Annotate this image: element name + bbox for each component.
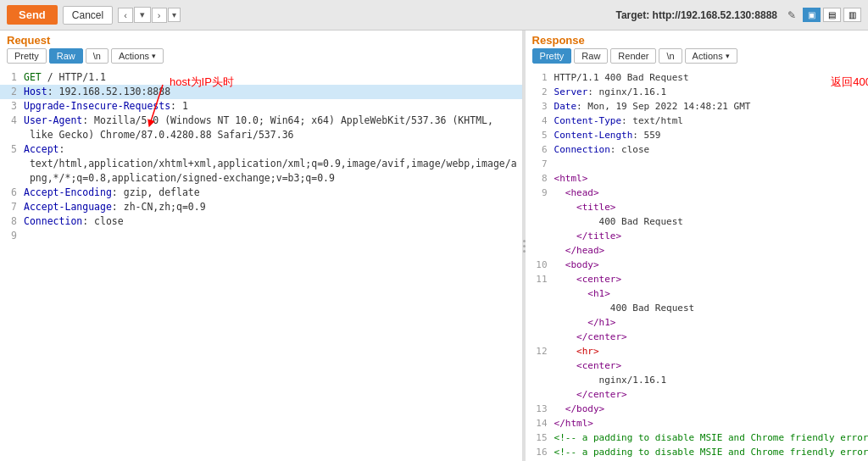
response-actions-label: Actions	[693, 51, 723, 61]
tab-response-actions[interactable]: Actions ▾	[685, 48, 737, 64]
response-line-4: 4 Content-Type: text/html	[526, 114, 868, 128]
toolbar-left: Send Cancel ‹ ▾ › ▾	[7, 5, 181, 25]
request-line-1: 1 GET / HTTP/1.1	[0, 70, 522, 85]
request-line-8: 8 Connection: close	[0, 214, 522, 229]
request-line-9: 9	[0, 229, 522, 243]
tab-response-raw[interactable]: Raw	[574, 48, 608, 64]
response-line-5: 5 Content-Length: 559	[526, 128, 868, 142]
host-key: Host	[24, 86, 47, 97]
response-line-14: 14 </html>	[526, 416, 868, 430]
response-line-13: 13 </body>	[526, 402, 868, 416]
response-line-16: 16 <!-- a padding to disable MSIE and Ch…	[526, 445, 868, 459]
response-line-9d: </title>	[526, 229, 868, 243]
response-line-11d: </h1>	[526, 315, 868, 330]
response-line-2: 2 Server: nginx/1.16.1	[526, 85, 868, 99]
request-panel: Request Pretty Raw \n Actions ▾ host为IP头…	[0, 31, 523, 461]
request-line-4: 4 User-Agent: Mozilla/5.0 (Windows NT 10…	[0, 114, 522, 128]
actions-chevron-icon: ▾	[152, 52, 156, 60]
response-line-1: 1 HTTP/1.1 400 Bad Request	[526, 70, 868, 85]
nav-forward-dropdown-button[interactable]: ▾	[168, 8, 181, 22]
request-line-5c: png,*/*;q=0.8,application/signed-exchang…	[0, 171, 522, 186]
response-panel: Response Pretty Raw Render \n Actions ▾ …	[526, 31, 868, 461]
send-button[interactable]: Send	[7, 5, 58, 25]
response-line-11b: <h1>	[526, 286, 868, 301]
tab-request-actions[interactable]: Actions ▾	[111, 48, 164, 64]
response-line-12b: <center>	[526, 358, 868, 373]
tab-response-render[interactable]: Render	[610, 48, 656, 64]
response-actions-chevron-icon: ▾	[726, 52, 730, 60]
nav-forward-button[interactable]: ›	[152, 8, 167, 23]
response-line-8: 8 <html>	[526, 171, 868, 186]
view-toggles: ▣ ▤ ▥	[803, 8, 861, 22]
request-title: Request	[7, 34, 50, 47]
nav-buttons: ‹ ▾ › ▾	[118, 7, 180, 23]
response-view-button[interactable]: ▥	[843, 8, 861, 22]
cancel-button[interactable]: Cancel	[63, 6, 113, 25]
edit-icon[interactable]: ✎	[787, 9, 796, 21]
response-tabs-row: Pretty Raw Render \n Actions ▾	[526, 48, 868, 67]
request-tabs-row: Pretty Raw \n Actions ▾	[0, 48, 522, 67]
response-panel-header: Response Pretty Raw Render \n Actions ▾	[526, 31, 868, 67]
toolbar-right: Target: http://192.168.52.130:8888 ✎ ▣ ▤…	[615, 8, 861, 22]
response-line-11: 11 <center>	[526, 272, 868, 286]
response-header-row: Response	[526, 31, 868, 48]
response-line-12c: nginx/1.16.1	[526, 373, 868, 387]
response-line-15: 15 <!-- a padding to disable MSIE and Ch…	[526, 430, 868, 445]
response-line-9: 9 <head>	[526, 186, 868, 200]
actions-label: Actions	[119, 51, 149, 61]
request-line-6: 6 Accept-Encoding: gzip, deflate	[0, 186, 522, 200]
request-line-5b: text/html,application/xhtml+xml,applicat…	[0, 157, 522, 171]
response-line-10: 10 <body>	[526, 258, 868, 272]
response-line-9c: 400 Bad Request	[526, 214, 868, 229]
response-line-7: 7	[526, 157, 868, 171]
response-line-6: 6 Connection: close	[526, 142, 868, 157]
request-line-5: 5 Accept:	[0, 142, 522, 157]
response-line-9e: </head>	[526, 243, 868, 258]
nav-back-button[interactable]: ‹	[118, 8, 133, 23]
request-line-7: 7 Accept-Language: zh-CN,zh;q=0.9	[0, 200, 522, 214]
request-line-3: 3 Upgrade-Insecure-Requests: 1	[0, 99, 522, 114]
response-line-12: 12 <hr>	[526, 344, 868, 358]
main-split: Request Pretty Raw \n Actions ▾ host为IP头…	[0, 31, 868, 461]
tab-response-pretty[interactable]: Pretty	[532, 48, 572, 64]
request-line-2: 2 Host: 192.168.52.130:8888	[0, 85, 522, 99]
response-line-11e: </center>	[526, 330, 868, 344]
response-line-12d: </center>	[526, 387, 868, 402]
toolbar: Send Cancel ‹ ▾ › ▾ Target: http://192.1…	[0, 0, 868, 31]
response-line-3: 3 Date: Mon, 19 Sep 2022 14:48:21 GMT	[526, 99, 868, 114]
request-line-4b: like Gecko) Chrome/87.0.4280.88 Safari/5…	[0, 128, 522, 142]
tab-response-newline[interactable]: \n	[659, 48, 682, 64]
request-panel-header: Request Pretty Raw \n Actions ▾	[0, 31, 522, 67]
tab-request-pretty[interactable]: Pretty	[7, 48, 47, 64]
method-text: GET	[24, 71, 42, 83]
nav-dropdown-button[interactable]: ▾	[134, 7, 151, 23]
tab-request-raw[interactable]: Raw	[49, 48, 83, 64]
request-content: 1 GET / HTTP/1.1 2 Host: 192.168.52.130:…	[0, 67, 522, 461]
response-content: 1 HTTP/1.1 400 Bad Request 2 Server: ngi…	[526, 67, 868, 461]
response-line-9b: <title>	[526, 200, 868, 214]
request-header-row: Request	[0, 31, 522, 48]
target-label: Target: http://192.168.52.130:8888	[615, 9, 777, 21]
request-view-button[interactable]: ▤	[823, 8, 841, 22]
response-line-11c: 400 Bad Request	[526, 301, 868, 315]
response-title: Response	[532, 34, 585, 47]
tab-request-newline[interactable]: \n	[86, 48, 108, 64]
split-view-button[interactable]: ▣	[803, 8, 821, 22]
